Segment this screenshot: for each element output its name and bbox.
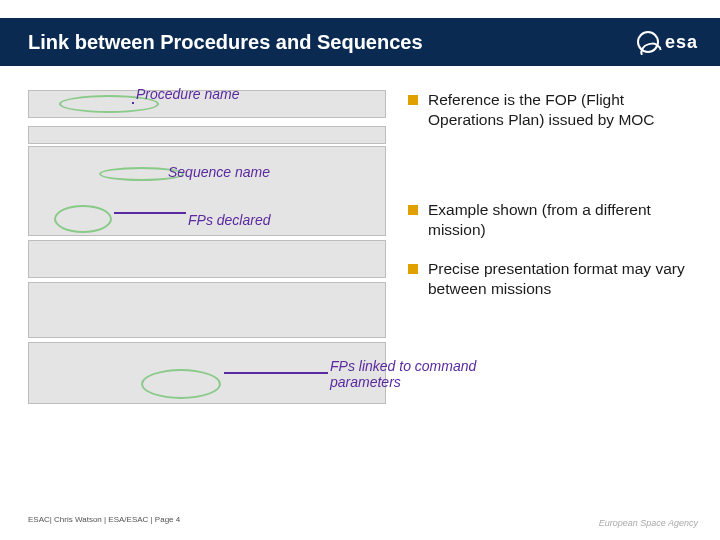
bullet-list: Reference is the FOP (Flight Operations … — [408, 90, 692, 130]
bullet-square-icon — [408, 205, 418, 215]
doc-row-block — [28, 282, 386, 338]
footer-agency-text: European Space Agency — [599, 518, 698, 528]
annotation-procedure-name: Procedure name — [136, 86, 240, 102]
list-item: Example shown (from a different mission) — [408, 200, 692, 240]
bullet-text: Example shown (from a different mission) — [428, 200, 692, 240]
bullet-text: Reference is the FOP (Flight Operations … — [428, 90, 692, 130]
left-column: Procedure name Sequence name FPs declare… — [28, 90, 398, 490]
slide-root: Link between Procedures and Sequences es… — [0, 0, 720, 540]
annotation-fps-linked: FPs linked to command parameters — [330, 358, 500, 390]
list-item: Reference is the FOP (Flight Operations … — [408, 90, 692, 130]
slide-title: Link between Procedures and Sequences — [28, 31, 423, 54]
annotation-line-icon — [114, 212, 186, 214]
annotation-sequence-name: Sequence name — [168, 164, 270, 180]
footer-text: ESAC| Chris Watson | ESA/ESAC | Page 4 — [28, 515, 180, 524]
right-column: Reference is the FOP (Flight Operations … — [398, 90, 692, 490]
esa-logo: esa — [637, 31, 698, 53]
bullet-square-icon — [408, 95, 418, 105]
esa-logo-icon — [637, 31, 659, 53]
bullet-list: Example shown (from a different mission)… — [408, 200, 692, 299]
doc-row-block — [28, 126, 386, 144]
highlight-oval-icon — [54, 205, 112, 233]
annotation-fps-declared: FPs declared — [188, 212, 270, 228]
list-item: Precise presentation format may vary bet… — [408, 259, 692, 299]
annotation-pointer-icon — [132, 102, 134, 104]
doc-row-block — [28, 240, 386, 278]
bullet-text: Precise presentation format may vary bet… — [428, 259, 692, 299]
annotation-line-icon — [224, 372, 328, 374]
bullet-square-icon — [408, 264, 418, 274]
highlight-oval-icon — [141, 369, 221, 399]
title-bar: Link between Procedures and Sequences es… — [0, 18, 720, 66]
body-area: Procedure name Sequence name FPs declare… — [28, 90, 692, 490]
esa-logo-text: esa — [665, 32, 698, 53]
